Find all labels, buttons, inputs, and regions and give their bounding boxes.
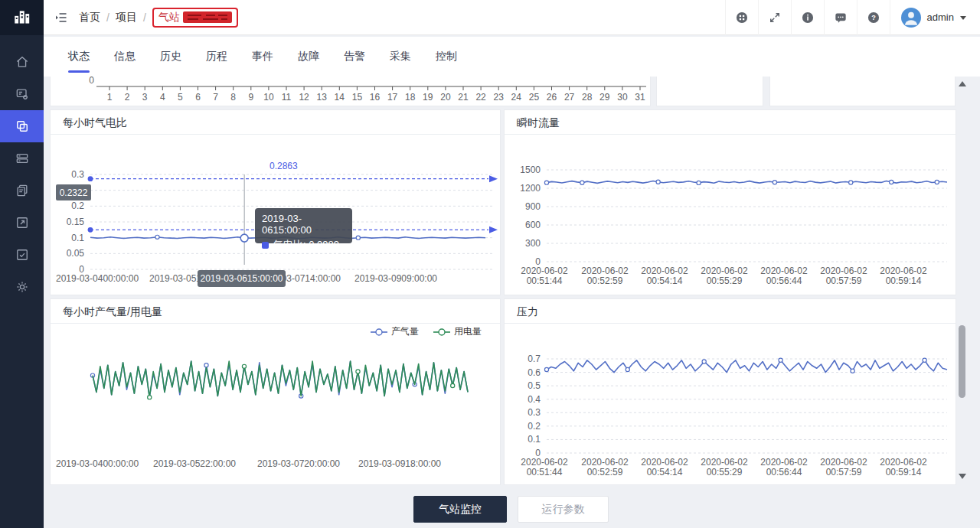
- svg-text:2020-06-02: 2020-06-02: [581, 266, 629, 276]
- svg-text:13: 13: [317, 92, 328, 103]
- tab-状态[interactable]: 状态: [68, 37, 90, 77]
- legend-line-icon: [370, 328, 388, 337]
- tab-信息[interactable]: 信息: [114, 37, 136, 77]
- message-icon: [833, 10, 848, 25]
- tab-告警[interactable]: 告警: [344, 37, 365, 77]
- sidebar-item-audit[interactable]: [0, 239, 44, 271]
- breadcrumb-home[interactable]: 首页: [79, 11, 100, 24]
- svg-text:2020-06-02: 2020-06-02: [641, 457, 688, 468]
- scroll-down-arrow[interactable]: [959, 474, 966, 479]
- scroll-up-arrow[interactable]: [959, 81, 966, 86]
- username: admin: [927, 11, 954, 23]
- server-list-icon: [15, 151, 30, 166]
- svg-text:1: 1: [107, 92, 113, 103]
- production-chart-canvas[interactable]: 2019-03-0400:00:002019-03-0522:00:002019…: [51, 324, 500, 485]
- pressure-chart-canvas[interactable]: 0.70.60.50.40.30.20.102020-06-0200:51:44…: [505, 324, 956, 485]
- svg-text:2020-06-02: 2020-06-02: [701, 457, 748, 468]
- tooltip-date: 2019-03-0615:00:00: [262, 213, 345, 236]
- legend-item-用电量[interactable]: 用电量: [433, 325, 482, 338]
- run-params-button[interactable]: 运行参数: [518, 496, 609, 523]
- sidebar-item-settings[interactable]: [0, 271, 44, 303]
- tab-事件[interactable]: 事件: [252, 37, 273, 77]
- scrollbar-thumb[interactable]: [959, 325, 965, 398]
- tooltip-series-dot: [262, 242, 269, 249]
- svg-text:14: 14: [335, 92, 345, 103]
- svg-text:19: 19: [423, 92, 433, 103]
- svg-text:0.2: 0.2: [528, 421, 541, 432]
- svg-text:00:57:59: 00:57:59: [826, 275, 862, 286]
- svg-text:1500: 1500: [520, 165, 541, 175]
- top-actions: ? admin: [725, 0, 980, 35]
- sidebar-item-device-config[interactable]: [0, 78, 44, 110]
- tab-历程[interactable]: 历程: [206, 37, 227, 77]
- svg-text:2020-06-02: 2020-06-02: [641, 266, 688, 276]
- breadcrumb-project[interactable]: 项目: [116, 11, 137, 24]
- sidebar-item-home[interactable]: [0, 46, 44, 78]
- card-stub-1: [656, 77, 763, 106]
- check-square-icon: [15, 247, 30, 262]
- message-button[interactable]: [824, 0, 857, 35]
- svg-text:0.4: 0.4: [528, 394, 541, 405]
- svg-text:00:51:44: 00:51:44: [527, 275, 563, 286]
- daily-axis-chart-canvas[interactable]: 0123456789101112131415161718192021222324…: [51, 77, 650, 105]
- sidebar-item-monitor[interactable]: [0, 110, 44, 142]
- buildings-logo-icon: [12, 8, 32, 28]
- station-name: 气站: [158, 11, 180, 24]
- tab-故障[interactable]: 故障: [298, 37, 319, 77]
- gear-icon: [15, 279, 30, 295]
- chart-title: 瞬时流量: [505, 110, 956, 135]
- top-bar: 首页 / 项目 / 气站 ? a: [44, 0, 980, 35]
- flow-chart-canvas[interactable]: 1500120090060030002020-06-0200:51:442020…: [505, 135, 956, 295]
- svg-text:3: 3: [142, 92, 148, 103]
- info-button[interactable]: [791, 0, 824, 35]
- legend-item-产气量[interactable]: 产气量: [370, 325, 419, 338]
- redacted-text-block: [183, 11, 232, 23]
- svg-text:00:59:14: 00:59:14: [886, 275, 922, 286]
- card-flow: 瞬时流量 1500120090060030002020-06-0200:51:4…: [504, 109, 956, 295]
- menu-fold-icon[interactable]: [44, 0, 79, 35]
- svg-text:2020-06-02: 2020-06-02: [820, 457, 867, 468]
- svg-text:2019-03-0400:00:00: 2019-03-0400:00:00: [56, 458, 139, 469]
- sidebar-item-share[interactable]: [0, 207, 44, 239]
- card-production: 每小时产气量/用电量 产气量 用电量 2019-03-0400:00:00201…: [50, 298, 501, 485]
- station-monitor-button[interactable]: 气站监控: [413, 496, 507, 523]
- sidebar-item-documents[interactable]: [0, 174, 44, 207]
- apps-button[interactable]: [725, 0, 758, 35]
- svg-text:4: 4: [160, 92, 165, 103]
- svg-text:00:55:29: 00:55:29: [707, 467, 743, 477]
- svg-text:10: 10: [263, 92, 274, 103]
- breadcrumb-separator: /: [106, 11, 109, 24]
- sidebar-nav: [0, 46, 44, 303]
- svg-text:0.05: 0.05: [67, 248, 85, 259]
- svg-text:29: 29: [599, 92, 610, 103]
- markline-label: 0.2863: [270, 161, 298, 171]
- tab-控制[interactable]: 控制: [436, 37, 457, 77]
- tab-历史[interactable]: 历史: [160, 37, 181, 77]
- overlap-squares-icon: [15, 119, 30, 134]
- user-menu[interactable]: admin: [890, 0, 980, 35]
- svg-text:0.7: 0.7: [528, 354, 541, 364]
- svg-text:2019-03-0720:00:00: 2019-03-0720:00:00: [257, 458, 340, 469]
- breadcrumb-station[interactable]: 气站: [152, 8, 238, 28]
- apps-icon: [734, 10, 750, 25]
- card-pressure: 压力 0.70.60.50.40.30.20.102020-06-0200:51…: [504, 298, 956, 485]
- tab-bar: 状态信息历史历程事件故障告警采集控制: [44, 37, 980, 77]
- info-icon: [800, 10, 815, 25]
- sidebar-item-device-list[interactable]: [0, 142, 44, 174]
- fullscreen-button[interactable]: [758, 0, 791, 35]
- tab-采集[interactable]: 采集: [390, 37, 411, 77]
- legend-line-icon: [433, 328, 451, 337]
- svg-text:0.15: 0.15: [67, 217, 85, 227]
- help-button[interactable]: ?: [857, 0, 890, 35]
- svg-text:2019-03-0522:00:00: 2019-03-0522:00:00: [153, 458, 236, 469]
- svg-text:2020-06-02: 2020-06-02: [581, 457, 629, 468]
- svg-text:00:51:44: 00:51:44: [527, 467, 563, 477]
- svg-text:0.1: 0.1: [528, 434, 541, 445]
- app-logo[interactable]: [0, 0, 44, 35]
- svg-text:20: 20: [440, 92, 451, 103]
- chart-title: 每小时产气量/用电量: [51, 299, 500, 324]
- svg-text:0: 0: [89, 77, 94, 86]
- chart-title: 压力: [505, 299, 956, 324]
- svg-text:23: 23: [494, 92, 505, 103]
- svg-text:27: 27: [564, 92, 575, 103]
